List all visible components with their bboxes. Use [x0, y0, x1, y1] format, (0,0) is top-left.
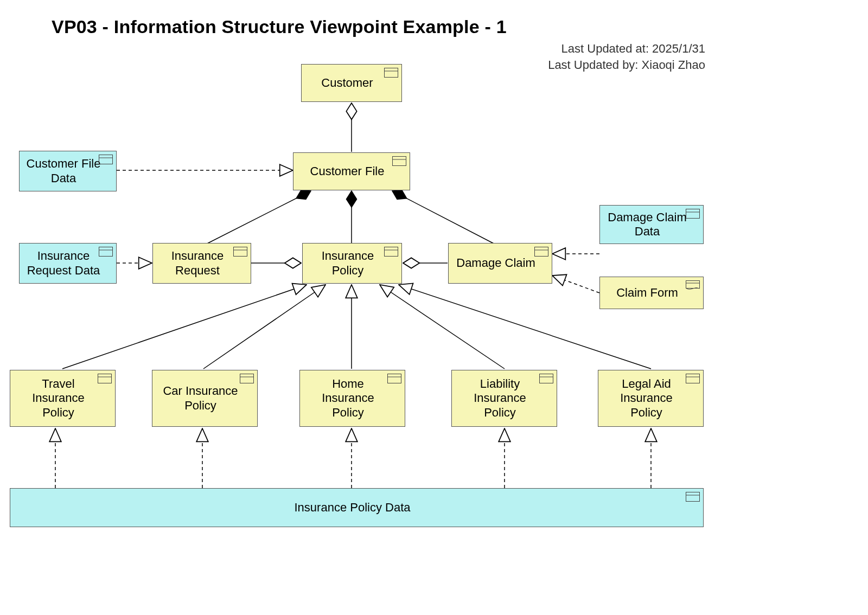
node-customer-label: Customer — [307, 76, 387, 90]
business-object-icon — [384, 68, 398, 78]
node-damage-claim-label: Damage Claim — [454, 256, 538, 270]
node-insurance-policy-data-label: Insurance Policy Data — [16, 501, 689, 515]
node-insurance-policy-label: Insurance Policy — [308, 249, 387, 278]
business-object-icon — [98, 374, 112, 383]
edge-claim-custfile — [392, 191, 495, 244]
business-object-icon — [392, 156, 406, 166]
diagram-title: VP03 - Information Structure Viewpoint E… — [52, 16, 507, 37]
node-customer[interactable]: Customer — [301, 64, 402, 102]
node-home-policy-label: Home Insurance Policy — [305, 377, 391, 420]
svg-rect-24 — [540, 374, 553, 383]
node-travel-policy-label: Travel Insurance Policy — [16, 377, 101, 420]
node-liability-policy[interactable]: Liability Insurance Policy — [451, 370, 557, 427]
svg-rect-8 — [234, 247, 247, 257]
node-damage-claim-data[interactable]: Damage Claim Data — [599, 205, 704, 244]
meta-updated-at: Last Updated at: 2025/1/31 — [488, 41, 705, 57]
svg-rect-16 — [686, 281, 700, 289]
svg-rect-28 — [686, 492, 700, 502]
svg-rect-22 — [388, 374, 401, 383]
svg-rect-4 — [393, 157, 406, 166]
node-insurance-request-label: Insurance Request — [158, 249, 237, 278]
node-damage-claim-data-label: Damage Claim Data — [605, 210, 689, 239]
svg-rect-20 — [240, 374, 254, 383]
business-object-icon — [384, 247, 398, 257]
node-customer-file-label: Customer File — [299, 164, 395, 178]
business-object-icon — [387, 374, 401, 383]
node-home-policy[interactable]: Home Insurance Policy — [299, 370, 405, 427]
svg-rect-14 — [686, 209, 700, 219]
node-travel-policy[interactable]: Travel Insurance Policy — [10, 370, 116, 427]
business-object-icon — [686, 374, 700, 383]
business-object-icon — [539, 374, 553, 383]
svg-rect-26 — [686, 374, 700, 383]
data-object-icon — [686, 209, 700, 219]
data-object-icon — [99, 247, 113, 257]
svg-rect-12 — [535, 247, 548, 257]
node-insurance-request-data-label: Insurance Request Data — [25, 249, 102, 278]
business-object-icon — [534, 247, 548, 257]
business-object-icon — [233, 247, 247, 257]
node-claim-form-label: Claim Form — [605, 286, 689, 300]
data-object-icon — [686, 492, 700, 502]
business-object-icon — [240, 374, 254, 383]
edge-claimform-claim — [552, 276, 599, 293]
edge-travel-inspol — [62, 285, 307, 369]
node-insurance-policy[interactable]: Insurance Policy — [302, 243, 402, 284]
node-customer-file[interactable]: Customer File — [293, 152, 410, 190]
node-insurance-request[interactable]: Insurance Request — [152, 243, 251, 284]
node-insurance-policy-data[interactable]: Insurance Policy Data — [10, 488, 704, 527]
edge-insreq-custfile — [206, 191, 311, 244]
node-customer-file-data-label: Customer File Data — [25, 157, 102, 185]
meta-updated-by: Last Updated by: Xiaoqi Zhao — [488, 57, 705, 73]
representation-icon — [686, 280, 700, 290]
svg-rect-6 — [99, 247, 113, 257]
node-liability-policy-label: Liability Insurance Policy — [457, 377, 542, 420]
diagram-meta: Last Updated at: 2025/1/31 Last Updated … — [488, 41, 705, 73]
node-claim-form[interactable]: Claim Form — [599, 277, 704, 309]
svg-rect-18 — [98, 374, 112, 383]
svg-rect-0 — [385, 68, 398, 78]
node-customer-file-data[interactable]: Customer File Data — [19, 151, 117, 191]
edge-car-inspol — [203, 285, 326, 369]
svg-rect-10 — [385, 247, 398, 257]
node-legal-policy[interactable]: Legal Aid Insurance Policy — [598, 370, 704, 427]
data-object-icon — [99, 155, 113, 164]
node-damage-claim[interactable]: Damage Claim — [448, 243, 552, 284]
node-car-policy[interactable]: Car Insurance Policy — [152, 370, 258, 427]
node-car-policy-label: Car Insurance Policy — [158, 384, 243, 413]
edge-liab-inspol — [380, 285, 505, 369]
svg-rect-2 — [99, 155, 113, 164]
node-insurance-request-data[interactable]: Insurance Request Data — [19, 243, 117, 284]
node-legal-policy-label: Legal Aid Insurance Policy — [604, 377, 689, 420]
